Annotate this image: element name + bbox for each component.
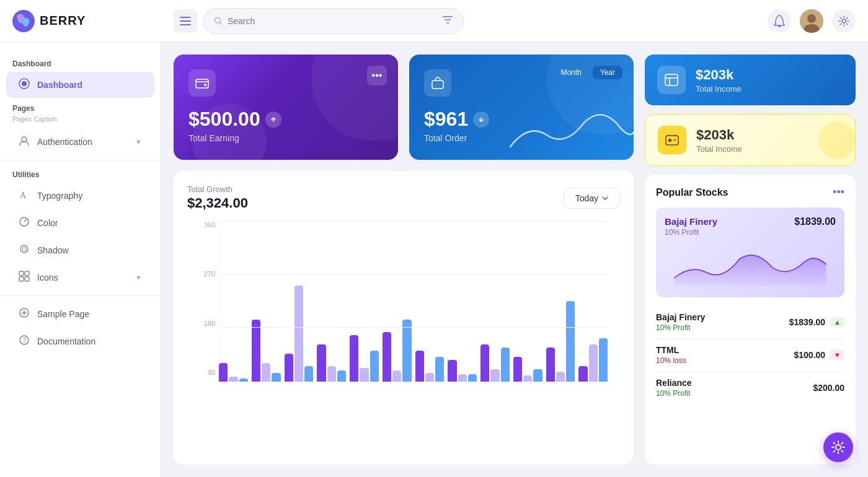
bar-blue-4 bbox=[337, 370, 346, 382]
bar-group-12 bbox=[578, 221, 608, 382]
today-filter-button[interactable]: Today bbox=[564, 188, 620, 209]
growth-title-group: Total Growth $2,324.00 bbox=[187, 185, 248, 211]
earning-dots-button[interactable]: ••• bbox=[367, 66, 387, 85]
search-bar bbox=[203, 8, 464, 34]
bar-blue-10 bbox=[533, 369, 542, 382]
svg-point-34 bbox=[204, 84, 206, 86]
bar-blue-11 bbox=[566, 301, 575, 382]
bar-purple-2 bbox=[252, 320, 260, 382]
fab-gear-icon bbox=[831, 440, 845, 454]
sidebar-item-sample-page[interactable]: Sample Page bbox=[6, 301, 154, 327]
bar-blue-7 bbox=[435, 357, 444, 382]
stock-ttml-badge: ▼ bbox=[830, 350, 844, 360]
bar-light-5 bbox=[360, 368, 368, 382]
search-icon bbox=[214, 16, 223, 26]
bajaj-chart-area: Bajaj Finery 10% Profit $1839.00 bbox=[656, 208, 844, 297]
bar-purple-3 bbox=[285, 354, 293, 382]
bar-purple-8 bbox=[448, 360, 456, 382]
stocks-header: Popular Stocks ••• bbox=[656, 186, 844, 199]
chart-label-90: 90 bbox=[208, 369, 215, 376]
filter-button[interactable] bbox=[442, 15, 453, 27]
svg-rect-40 bbox=[668, 139, 671, 142]
chart-stock-amount: $1839.00 bbox=[794, 216, 836, 227]
sidebar-sample-page-label: Sample Page bbox=[37, 309, 89, 319]
sidebar-divider-1 bbox=[0, 160, 161, 160]
sidebar-item-color[interactable]: Color bbox=[6, 210, 154, 236]
icons-icon bbox=[19, 271, 30, 284]
stock-item-bajaj: Bajaj Finery 10% Profit $1839.00 ▲ bbox=[656, 306, 844, 339]
user-avatar[interactable] bbox=[800, 9, 823, 33]
sidebar-item-icons[interactable]: Icons ▼ bbox=[6, 265, 154, 291]
income-icon-yellow bbox=[658, 126, 686, 154]
svg-point-22 bbox=[20, 245, 28, 253]
svg-point-12 bbox=[778, 25, 781, 27]
order-wave-chart bbox=[510, 110, 634, 160]
fab-settings-button[interactable] bbox=[823, 432, 853, 462]
cash-register-icon bbox=[665, 134, 679, 146]
svg-point-16 bbox=[842, 19, 846, 23]
wallet-icon bbox=[195, 77, 209, 89]
growth-chart-card: Total Growth $2,324.00 ≡ Today 360 bbox=[174, 171, 634, 465]
stock-bajaj-price: $1839.00 bbox=[789, 317, 825, 327]
logo-area: BERRY bbox=[12, 10, 174, 32]
bell-icon bbox=[774, 15, 785, 27]
bar-group-9 bbox=[480, 221, 510, 382]
notification-button[interactable] bbox=[768, 9, 791, 33]
stock-ttml-name: TTML bbox=[656, 345, 686, 355]
content-right: $203k Total Income $203k Total Income Po… bbox=[645, 55, 856, 465]
stock-ttml-sub: 10% loss bbox=[656, 356, 686, 365]
hamburger-icon bbox=[180, 17, 191, 25]
icons-chevron-icon: ▼ bbox=[135, 274, 142, 281]
bar-purple-11 bbox=[546, 348, 555, 382]
svg-rect-33 bbox=[196, 79, 208, 88]
bar-purple-10 bbox=[513, 357, 522, 382]
growth-chart-area: 360 270 180 90 bbox=[187, 221, 620, 395]
svg-rect-24 bbox=[19, 271, 24, 276]
earning-arrow-badge bbox=[265, 112, 281, 128]
chart-label-270: 270 bbox=[204, 270, 215, 278]
income-card-blue: $203k Total Income bbox=[645, 55, 856, 105]
svg-text:?: ? bbox=[23, 337, 27, 344]
sidebar: Dashboard Dashboard Pages Pages Caption … bbox=[0, 42, 161, 477]
tab-year-button[interactable]: Year bbox=[593, 66, 622, 79]
table-icon bbox=[665, 74, 678, 86]
header: BERRY bbox=[0, 0, 868, 42]
color-icon bbox=[19, 216, 30, 230]
header-right bbox=[768, 9, 856, 33]
bar-blue-5 bbox=[370, 351, 379, 382]
sidebar-item-documentation[interactable]: ? Documentation bbox=[6, 328, 154, 354]
sidebar-item-shadow[interactable]: Shadow bbox=[6, 237, 154, 263]
svg-point-23 bbox=[22, 247, 26, 251]
sidebar-item-typography[interactable]: A Typography bbox=[6, 183, 154, 209]
svg-line-8 bbox=[219, 22, 221, 24]
stock-item-reliance: Reliance 10% Profit $200.00 bbox=[656, 372, 844, 404]
bar-light-7 bbox=[425, 373, 434, 382]
sidebar-icons-label: Icons bbox=[37, 273, 58, 282]
bar-light-10 bbox=[523, 375, 532, 382]
earning-card: ••• $500.00 Total Earning bbox=[174, 55, 398, 160]
docs-icon: ? bbox=[19, 335, 30, 348]
sample-page-icon bbox=[19, 307, 30, 321]
search-input[interactable] bbox=[228, 16, 437, 26]
order-arrow-badge bbox=[473, 112, 489, 128]
sidebar-section-dashboard: Dashboard bbox=[0, 55, 161, 71]
bar-purple-12 bbox=[578, 366, 587, 382]
sidebar-item-authentication[interactable]: Authentication ▼ bbox=[6, 129, 154, 155]
income-yellow-label: Total Income bbox=[696, 144, 742, 154]
svg-rect-6 bbox=[180, 24, 191, 25]
settings-button[interactable] bbox=[832, 9, 856, 33]
sidebar-item-dashboard[interactable]: Dashboard bbox=[6, 72, 154, 98]
svg-rect-5 bbox=[180, 20, 191, 22]
hamburger-button[interactable] bbox=[174, 9, 197, 33]
auth-icon bbox=[19, 135, 30, 149]
stocks-more-button[interactable]: ••• bbox=[833, 186, 844, 199]
svg-rect-4 bbox=[180, 17, 191, 18]
sidebar-color-label: Color bbox=[37, 218, 58, 228]
sidebar-authentication-label: Authentication bbox=[37, 137, 92, 147]
svg-rect-25 bbox=[25, 271, 29, 276]
bar-blue-12 bbox=[599, 338, 608, 382]
bar-light-4 bbox=[327, 366, 336, 382]
sidebar-documentation-label: Documentation bbox=[37, 336, 95, 346]
stock-item-ttml: TTML 10% loss $100.00 ▼ bbox=[656, 339, 844, 372]
tab-month-button[interactable]: Month bbox=[553, 66, 588, 79]
